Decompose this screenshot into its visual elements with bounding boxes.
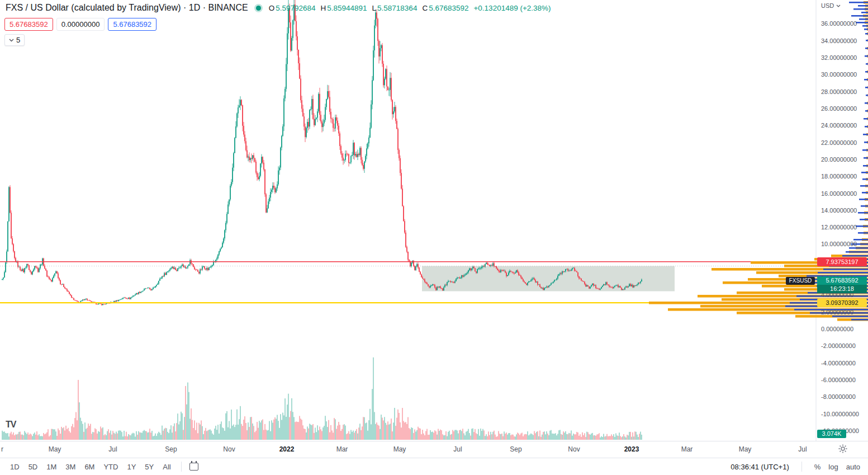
currency-selector[interactable]: USD [821,2,841,9]
time-axis-label: 2023 [624,445,639,453]
price-axis-label: 14.00000000 [821,207,857,214]
go-to-date-icon[interactable] [189,463,198,471]
bar-countdown: 16:23:18 [817,285,867,293]
ohlc-change: +0.13201489 (+2.38%) [473,4,551,12]
yellow-level-price-chip: 3.09370392 [817,299,867,307]
tradingview-logo[interactable]: TV [6,420,16,430]
price-axis-label: -6.00000000 [821,377,856,383]
range-button-all[interactable]: All [158,461,175,473]
ohlc-high: H 5.85944891 [320,4,367,12]
chevron-down-icon [836,4,841,7]
clock[interactable]: 08:36:41 (UTC+1) [731,463,789,471]
chart-canvas[interactable] [0,0,868,441]
divider [181,462,182,472]
time-axis-label: Mar [681,445,693,453]
price-axis-label: 12.00000000 [821,224,857,231]
red-line-price-chip[interactable]: 5.67683592 [4,18,53,31]
time-axis-label: Jul [798,445,807,453]
range-button-1m[interactable]: 1M [42,461,61,473]
price-axis-label: 10.00000000 [821,241,857,247]
time-axis-label: Jul [453,445,462,453]
range-button-ytd[interactable]: YTD [99,461,122,473]
range-button-5y[interactable]: 5Y [140,461,158,473]
settings-gear-icon[interactable] [838,444,847,455]
time-axis[interactable]: rMayJulSepNov2022MarMayJulSepNov2023MarM… [0,441,868,458]
bottom-toolbar: 1D5D1M3M6MYTD1Y5YAll 08:36:41 (UTC+1) % … [0,458,868,475]
price-axis-label: 2.00000000 [821,309,853,316]
ohlc-close: C 5.67683592 [422,4,468,12]
symbol-header: FXS / US Dollar (calculated by TradingVi… [6,3,551,13]
time-axis-label: May [49,445,61,453]
time-axis-label: Jul [108,445,117,453]
price-axis-label: 32.00000000 [821,54,857,61]
price-axis[interactable]: USD 36.0000000034.0000000032.0000000030.… [816,0,868,441]
current-price-chip: 5.67683592 16:23:18 [817,276,867,293]
divider [801,462,802,472]
volume-value-chip: 3.074K [817,430,846,438]
ohlc-open: O 5.59792684 [269,4,316,12]
price-axis-label: 26.00000000 [821,105,857,112]
symbol-title[interactable]: FXS / US Dollar (calculated by TradingVi… [6,3,248,13]
time-axis-label: May [739,445,752,453]
time-axis-label: Mar [336,445,348,453]
price-axis-label: 20.00000000 [821,156,857,163]
range-button-6m[interactable]: 6M [80,461,99,473]
symbol-label-tag: FXSUSD [786,277,815,285]
log-scale-button[interactable]: log [828,463,838,471]
scale-controls: 08:36:41 (UTC+1) % log auto [731,462,868,472]
dropdown-value: 5 [16,36,20,44]
percent-scale-button[interactable]: % [814,463,821,471]
blue-line-price-chip[interactable]: 5.67683592 [108,18,156,31]
price-axis-label: 28.00000000 [821,88,857,95]
chevron-down-icon [9,39,14,42]
time-axis-label: r [1,445,3,453]
price-axis-label: 0.00000000 [821,326,853,332]
price-axis-label: -4.00000000 [821,360,856,366]
auto-scale-button[interactable]: auto [846,463,860,471]
price-line-labels: 5.67683592 0.00000000 5.67683592 [4,18,156,31]
time-axis-label: Sep [165,445,177,453]
last-price: 5.67683592 [817,276,867,285]
range-switcher: 1D5D1M3M6MYTD1Y5YAll [0,461,198,473]
ohlc-values: O 5.59792684 H 5.85944891 L 5.58718364 C… [269,4,551,12]
bar-replay-dropdown[interactable]: 5 [4,34,25,46]
price-axis-label: 24.00000000 [821,122,857,129]
price-axis-label: -10.00000000 [821,411,859,417]
red-level-price-chip: 7.93753197 [817,257,867,266]
time-axis-label: Sep [510,445,521,453]
range-button-1y[interactable]: 1Y [122,461,140,473]
time-axis-label: May [393,445,406,453]
price-axis-label: -8.00000000 [821,393,856,400]
tradingview-chart-window: FXS / US Dollar (calculated by TradingVi… [0,0,868,475]
price-axis-label: -2.00000000 [821,342,856,349]
range-button-1d[interactable]: 1D [6,461,24,473]
range-button-3m[interactable]: 3M [61,461,80,473]
price-axis-label: 34.00000000 [821,37,857,44]
price-axis-label: 36.00000000 [821,20,857,27]
ohlc-low: L 5.58718364 [372,4,418,12]
price-axis-label: 18.00000000 [821,173,857,180]
time-axis-label: 2022 [279,445,295,453]
time-axis-label: Nov [568,445,580,453]
time-axis-label: Nov [223,445,235,453]
range-buttons: 1D5D1M3M6MYTD1Y5YAll [6,461,176,473]
range-button-5d[interactable]: 5D [24,461,42,473]
price-axis-label: 30.00000000 [821,71,857,78]
neutral-price-chip[interactable]: 0.00000000 [56,18,105,31]
market-status-icon[interactable] [256,6,261,11]
price-axis-label: 16.00000000 [821,190,857,197]
price-axis-label: 22.00000000 [821,139,857,146]
